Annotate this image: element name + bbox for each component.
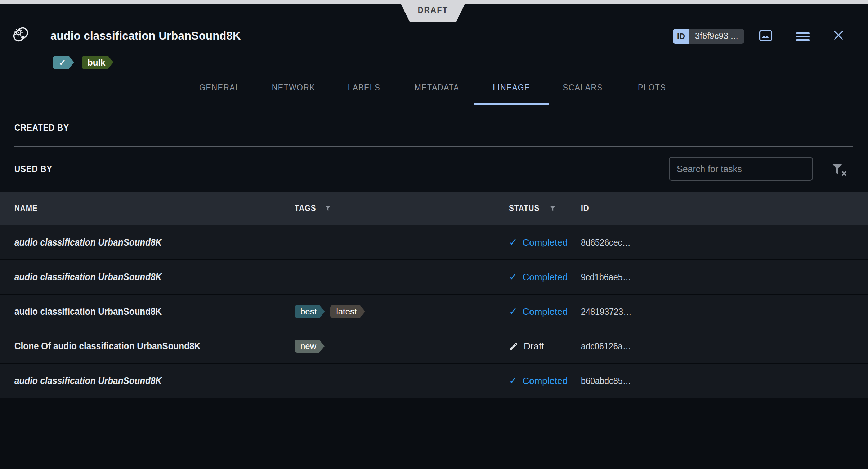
search-input[interactable] xyxy=(670,158,812,180)
task-name: Clone Of audio classification UrbanSound… xyxy=(14,341,201,352)
task-id: 8d6526cec… xyxy=(581,237,631,248)
tab-lineage[interactable]: LINEAGE xyxy=(491,70,532,105)
status-text: Completed xyxy=(522,272,568,283)
tab-general[interactable]: GENERAL xyxy=(197,70,242,105)
plots-preview-icon[interactable] xyxy=(758,28,773,43)
tab-bar: GENERAL NETWORK LABELS METADATA LINEAGE … xyxy=(0,70,868,105)
model-icon xyxy=(12,25,30,43)
tab-plots[interactable]: PLOTS xyxy=(636,70,668,105)
tab-metadata[interactable]: METADATA xyxy=(412,70,462,105)
search-box xyxy=(669,157,813,181)
table-row[interactable]: audio classification UrbanSound8K ✓ Comp… xyxy=(0,225,868,259)
id-badge-label: ID xyxy=(673,29,689,44)
task-name: audio classification UrbanSound8K xyxy=(14,306,162,317)
task-name: audio classification UrbanSound8K xyxy=(14,237,162,248)
tag-best[interactable]: best xyxy=(295,305,319,318)
tag-bulk[interactable]: bulk xyxy=(82,56,108,69)
task-name: audio classification UrbanSound8K xyxy=(14,375,162,387)
used-by-heading: USED BY xyxy=(14,164,57,174)
id-badge[interactable]: ID 3f6f9c93 ... xyxy=(673,29,744,44)
column-header-name: NAME xyxy=(14,204,295,213)
table-row[interactable]: audio classification UrbanSound8K ✓ Comp… xyxy=(0,259,868,294)
model-tags: ✓ bulk xyxy=(53,56,121,69)
column-header-tags: TAGS xyxy=(295,204,509,213)
used-by-table: NAME TAGS STATUS ID audio classification… xyxy=(0,192,868,398)
table-header-row: NAME TAGS STATUS ID xyxy=(0,192,868,225)
column-header-id: ID xyxy=(581,204,868,213)
column-header-status: STATUS xyxy=(509,204,581,213)
tag-latest[interactable]: latest xyxy=(330,305,359,318)
task-id: adc06126a… xyxy=(581,341,631,352)
tab-scalars[interactable]: SCALARS xyxy=(560,70,605,105)
id-badge-value: 3f6f9c93 ... xyxy=(689,29,744,44)
status-text: Completed xyxy=(522,237,568,248)
completed-check-icon: ✓ xyxy=(509,307,517,317)
created-by-heading: CREATED BY xyxy=(14,122,75,133)
table-row[interactable]: audio classification UrbanSound8K ✓ Comp… xyxy=(0,363,868,398)
completed-check-icon: ✓ xyxy=(509,272,517,282)
checked-tag[interactable]: ✓ xyxy=(53,56,69,69)
tab-labels[interactable]: LABELS xyxy=(346,70,382,105)
hamburger-menu-icon[interactable] xyxy=(796,32,810,41)
table-row[interactable]: audio classification UrbanSound8K best l… xyxy=(0,294,868,329)
tag-new[interactable]: new xyxy=(295,340,319,353)
draft-ribbon-label: DRAFT xyxy=(418,5,448,17)
task-name: audio classification UrbanSound8K xyxy=(14,272,162,283)
completed-check-icon: ✓ xyxy=(509,237,517,247)
empty-footer-area xyxy=(0,398,868,469)
task-id: 9cd1b6ae5… xyxy=(581,272,631,283)
section-divider xyxy=(14,146,853,147)
status-text: Completed xyxy=(522,306,568,317)
task-id: 248193723… xyxy=(581,306,632,317)
draft-pencil-icon xyxy=(509,341,519,351)
task-id: b60abdc85… xyxy=(581,375,631,387)
status-text: Completed xyxy=(522,375,568,387)
status-filter-icon[interactable] xyxy=(549,205,556,212)
check-icon: ✓ xyxy=(59,58,66,67)
close-icon[interactable] xyxy=(832,29,845,42)
tag-label: bulk xyxy=(88,58,105,67)
model-detail-panel: DRAFT audio classification UrbanSound8K … xyxy=(0,0,868,469)
table-row[interactable]: Clone Of audio classification UrbanSound… xyxy=(0,329,868,363)
status-text: Draft xyxy=(524,341,544,352)
tags-filter-icon[interactable] xyxy=(324,205,332,212)
draft-ribbon: DRAFT xyxy=(399,0,467,22)
completed-check-icon: ✓ xyxy=(509,376,517,386)
page-title: audio classification UrbanSound8K xyxy=(50,30,241,43)
clear-filter-icon[interactable] xyxy=(831,162,847,177)
tab-network[interactable]: NETWORK xyxy=(269,70,318,105)
